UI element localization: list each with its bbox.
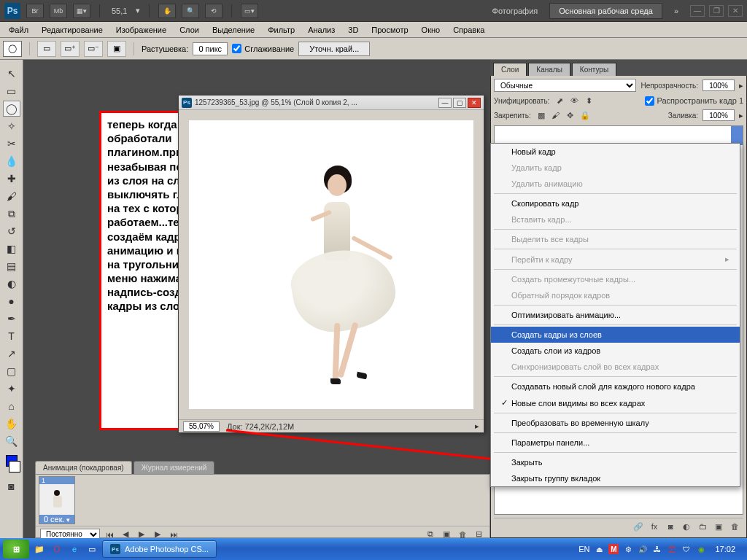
3d-camera-tool-icon[interactable]: ⌂ xyxy=(3,398,20,414)
tray-update-icon[interactable]: ⚙ xyxy=(623,544,633,554)
blend-mode-select[interactable]: Обычные xyxy=(494,79,636,92)
current-tool-icon[interactable]: ◯ xyxy=(3,41,22,57)
unify-pos-icon[interactable]: ⬈ xyxy=(554,95,565,106)
layer-style-icon[interactable]: fx xyxy=(649,521,660,532)
marquee-tool-icon[interactable]: ▭ xyxy=(3,83,20,99)
tab-layers[interactable]: Слои xyxy=(493,63,527,76)
menu-item[interactable]: Закрыть группу вкладок xyxy=(491,470,740,486)
menu-item[interactable]: Создать слои из кадров xyxy=(491,343,740,359)
taskbar-photoshop-button[interactable]: PsAdobe Photoshop CS... xyxy=(102,540,217,558)
crop-tool-icon[interactable]: ✂ xyxy=(3,136,20,152)
tray-avira-icon[interactable]: ⛱ xyxy=(667,544,677,554)
lock-trans-icon[interactable]: ▩ xyxy=(535,109,547,121)
menu-item[interactable]: Скопировать кадр xyxy=(491,195,740,211)
adjustment-layer-icon[interactable]: ◐ xyxy=(681,521,692,532)
unify-vis-icon[interactable]: 👁 xyxy=(568,95,580,106)
history-brush-tool-icon[interactable]: ↺ xyxy=(3,223,20,239)
refine-edge-button[interactable]: Уточн. край... xyxy=(298,42,370,56)
menu-help[interactable]: Справка xyxy=(447,23,490,36)
delete-layer-icon[interactable]: 🗑 xyxy=(729,521,740,532)
tray-nvidia-icon[interactable]: ◉ xyxy=(696,544,706,554)
propagate-frame-checkbox[interactable]: Распространить кадр 1 xyxy=(645,96,743,106)
convert-timeline-button[interactable]: ⊟ xyxy=(472,529,485,539)
unify-style-icon[interactable]: ⬍ xyxy=(583,95,595,106)
tab-paths[interactable]: Контуры xyxy=(572,63,616,76)
tray-shield-icon[interactable]: 🛡 xyxy=(681,544,692,554)
subtract-selection-icon[interactable]: ▭⁻ xyxy=(84,41,103,57)
menu-file[interactable]: Файл xyxy=(3,23,34,36)
quickmask-tool-icon[interactable]: ◙ xyxy=(3,478,20,494)
tray-safely-remove-icon[interactable]: ⏏ xyxy=(594,544,604,554)
menu-item[interactable]: Параметры панели... xyxy=(491,435,740,451)
intersect-selection-icon[interactable]: ▣ xyxy=(107,41,126,57)
lang-indicator[interactable]: EN xyxy=(578,545,589,553)
path-tool-icon[interactable]: ↗ xyxy=(3,346,20,362)
menu-image[interactable]: Изображение xyxy=(110,23,172,36)
menu-item[interactable]: Создавать новый слой для каждого нового … xyxy=(491,378,740,394)
tray-m-icon[interactable]: M xyxy=(608,544,619,554)
tray-volume-icon[interactable]: 🔊 xyxy=(638,544,648,554)
opacity-arrow-icon[interactable]: ▸ xyxy=(739,81,743,90)
document-canvas[interactable] xyxy=(189,120,473,409)
doc-status-arrow-icon[interactable]: ▸ xyxy=(475,421,479,431)
prev-frame-button[interactable]: ◀ xyxy=(119,529,132,539)
last-frame-button[interactable]: ⏭ xyxy=(167,529,180,539)
tab-measurement-log[interactable]: Журнал измерений xyxy=(133,461,215,474)
menu-item[interactable]: Закрыть xyxy=(491,454,740,470)
delete-frame-button[interactable]: 🗑 xyxy=(456,529,469,539)
restore-window-button[interactable]: ❐ xyxy=(709,5,724,17)
workspace-switcher[interactable]: Основная рабочая среда xyxy=(549,3,662,19)
rotate-view-button[interactable]: ⟲ xyxy=(205,4,222,18)
wand-tool-icon[interactable]: ✧ xyxy=(3,118,20,134)
view-arrange-button[interactable]: ▦▾ xyxy=(73,4,90,18)
hand-tool-icon[interactable]: ✋ xyxy=(3,416,20,432)
zoom-tool-button[interactable]: 🔍 xyxy=(182,4,199,18)
menu-item[interactable]: Преобразовать во временную шкалу xyxy=(491,415,740,431)
layer-mask-icon[interactable]: ◙ xyxy=(665,521,676,532)
menu-3d[interactable]: 3D xyxy=(342,23,364,36)
zoom-tool-icon[interactable]: 🔍 xyxy=(3,433,20,449)
play-button[interactable]: ▶ xyxy=(135,529,148,539)
new-layer-icon[interactable]: ▣ xyxy=(713,521,724,532)
hand-tool-button[interactable]: ✋ xyxy=(158,4,176,18)
ql-desktop-icon[interactable]: ▭ xyxy=(85,542,99,556)
menu-item[interactable]: Создать кадры из слоев xyxy=(491,327,740,343)
tab-animation[interactable]: Анимация (покадровая) xyxy=(35,461,132,474)
doc-close-button[interactable]: ✕ xyxy=(468,98,481,108)
minimize-window-button[interactable]: — xyxy=(690,5,705,17)
screen-mode-button[interactable]: ▭▾ xyxy=(241,4,258,18)
photography-label[interactable]: Фотография xyxy=(485,4,546,18)
doc-zoom-input[interactable] xyxy=(183,421,220,432)
move-tool-icon[interactable]: ↖ xyxy=(3,66,20,82)
dodge-tool-icon[interactable]: ● xyxy=(3,293,20,309)
more-workspaces-icon[interactable]: » xyxy=(667,4,686,18)
ql-folder-icon[interactable]: 📁 xyxy=(32,542,47,556)
tray-network-icon[interactable]: 🖧 xyxy=(652,544,662,554)
menu-item[interactable]: ✓Новые слои видимы во всех кадрах xyxy=(491,394,740,411)
frame-delay[interactable]: 0 сек. ▾ xyxy=(39,515,74,524)
new-frame-button[interactable]: ▣ xyxy=(440,529,453,539)
menu-layers[interactable]: Слои xyxy=(174,23,205,36)
document-titlebar[interactable]: Ps 1257239365_53.jpg @ 55,1% (Слой 0 коп… xyxy=(179,96,484,110)
eraser-tool-icon[interactable]: ◧ xyxy=(3,241,20,257)
close-window-button[interactable]: ✕ xyxy=(728,5,743,17)
tab-channels[interactable]: Каналы xyxy=(528,63,570,76)
eyedropper-tool-icon[interactable]: 💧 xyxy=(3,153,20,169)
doc-maximize-button[interactable]: ▢ xyxy=(453,98,466,108)
shape-tool-icon[interactable]: ▢ xyxy=(3,363,20,379)
pen-tool-icon[interactable]: ✒ xyxy=(3,311,20,327)
menu-item[interactable]: Оптимизировать анимацию... xyxy=(491,307,740,323)
menu-window[interactable]: Окно xyxy=(416,23,446,36)
lock-pixels-icon[interactable]: 🖌 xyxy=(550,109,562,121)
ql-ie-icon[interactable]: e xyxy=(67,542,82,556)
ql-opera-icon[interactable]: O xyxy=(50,542,64,556)
menu-view[interactable]: Просмотр xyxy=(365,23,414,36)
lock-all-icon[interactable]: 🔒 xyxy=(579,109,591,121)
add-selection-icon[interactable]: ▭⁺ xyxy=(61,41,80,57)
taskbar-clock[interactable]: 17:02 xyxy=(711,545,740,553)
menu-filter[interactable]: Фильтр xyxy=(262,23,301,36)
new-group-icon[interactable]: 🗀 xyxy=(697,521,708,532)
heal-tool-icon[interactable]: ✚ xyxy=(3,171,20,187)
doc-minimize-button[interactable]: — xyxy=(438,98,452,108)
animation-frame-1[interactable]: 1 0 сек. ▾ xyxy=(39,476,75,524)
